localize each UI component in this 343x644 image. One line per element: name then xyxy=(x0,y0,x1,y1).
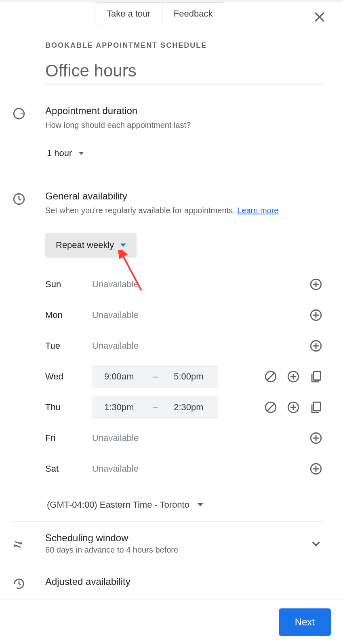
scheduling-window-sub: 60 days in advance to 4 hours before xyxy=(45,545,309,555)
timezone-value: (GMT-04:00) Eastern Time - Toronto xyxy=(47,500,189,510)
day-label: Wed xyxy=(45,371,92,382)
day-row-thu: Thu 1:30pm – 2:30pm xyxy=(45,392,323,423)
start-time-input[interactable]: 1:30pm xyxy=(92,396,149,419)
clock-icon xyxy=(12,191,45,513)
disable-icon[interactable] xyxy=(264,370,278,383)
add-time-icon[interactable] xyxy=(309,308,323,322)
caret-down-icon xyxy=(78,152,84,155)
swap-icon xyxy=(12,534,45,553)
availability-title: General availability xyxy=(45,191,323,202)
end-time-input[interactable]: 5:00pm xyxy=(162,365,218,388)
end-time-input[interactable]: 2:30pm xyxy=(162,396,218,419)
time-separator: – xyxy=(149,371,162,382)
scheduling-window-title: Scheduling window xyxy=(45,532,309,544)
caret-down-icon xyxy=(120,244,126,247)
close-icon[interactable] xyxy=(312,10,327,24)
day-row-mon: Mon Unavailable xyxy=(45,300,323,330)
learn-more-link[interactable]: Learn more xyxy=(237,206,278,215)
day-row-sat: Sat Unavailable xyxy=(45,453,323,484)
duration-value: 1 hour xyxy=(47,148,72,159)
svg-rect-7 xyxy=(314,371,320,380)
start-time-input[interactable]: 9:00am xyxy=(92,365,149,388)
day-row-fri: Fri Unavailable xyxy=(45,423,323,453)
add-time-icon[interactable] xyxy=(309,462,323,476)
caret-down-icon xyxy=(198,503,203,506)
add-time-icon[interactable] xyxy=(309,339,323,353)
next-button[interactable]: Next xyxy=(279,608,331,636)
adjusted-icon xyxy=(12,573,45,592)
feedback-button[interactable]: Feedback xyxy=(162,3,224,25)
availability-subtitle: Set when you're regularly available for … xyxy=(45,204,323,216)
time-separator: – xyxy=(149,402,162,413)
copy-icon[interactable] xyxy=(309,400,323,414)
day-label: Sat xyxy=(45,464,92,474)
repeat-dropdown[interactable]: Repeat weekly xyxy=(45,233,137,258)
timezone-dropdown[interactable]: (GMT-04:00) Eastern Time - Toronto xyxy=(45,496,323,513)
svg-rect-10 xyxy=(314,402,320,411)
day-label: Thu xyxy=(45,402,92,413)
adjusted-availability-title: Adjusted availability xyxy=(45,576,323,587)
take-a-tour-button[interactable]: Take a tour xyxy=(95,3,162,25)
duration-subtitle: How long should each appointment last? xyxy=(45,119,323,131)
repeat-value: Repeat weekly xyxy=(56,240,114,250)
add-time-icon[interactable] xyxy=(309,278,323,291)
duration-title: Appointment duration xyxy=(45,105,323,117)
add-time-icon[interactable] xyxy=(286,370,300,383)
day-label: Tue xyxy=(45,341,92,351)
unavailable-label: Unavailable xyxy=(92,464,139,474)
day-row-sun: Sun Unavailable xyxy=(45,269,323,300)
day-row-wed: Wed 9:00am – 5:00pm xyxy=(45,361,323,392)
day-row-tue: Tue Unavailable xyxy=(45,330,323,361)
unavailable-label: Unavailable xyxy=(92,310,139,320)
day-label: Fri xyxy=(45,433,92,443)
add-time-icon[interactable] xyxy=(309,431,323,445)
duration-icon xyxy=(12,105,45,162)
unavailable-label: Unavailable xyxy=(92,433,139,443)
unavailable-label: Unavailable xyxy=(92,341,139,351)
day-label: Sun xyxy=(45,279,92,290)
breadcrumb: BOOKABLE APPOINTMENT SCHEDULE xyxy=(45,41,323,50)
expand-chevron-icon[interactable] xyxy=(309,537,323,551)
duration-dropdown[interactable]: 1 hour xyxy=(45,145,89,162)
schedule-title-input[interactable] xyxy=(45,61,323,85)
add-time-icon[interactable] xyxy=(286,400,300,414)
day-label: Mon xyxy=(45,310,92,320)
unavailable-label: Unavailable xyxy=(92,279,139,290)
disable-icon[interactable] xyxy=(264,400,278,414)
copy-icon[interactable] xyxy=(309,370,323,383)
